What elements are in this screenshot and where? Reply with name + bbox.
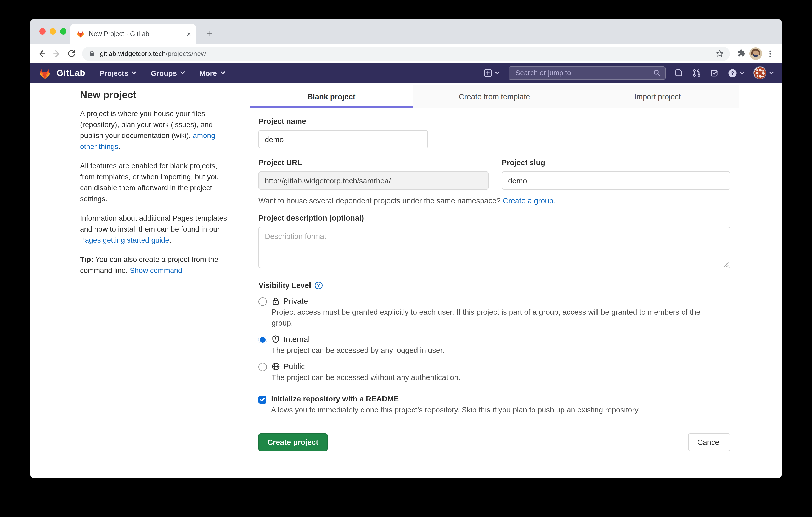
nav-item-projects[interactable]: Projects: [99, 69, 137, 77]
new-project-panel: Blank project Create from template Impor…: [250, 85, 739, 442]
hint-text: Want to house several dependent projects…: [258, 196, 503, 205]
chevron-down-icon: [769, 71, 774, 74]
project-slug-input[interactable]: [502, 172, 730, 190]
sidebar-tip: Tip: You can also create a project from …: [80, 254, 227, 276]
new-tab-button[interactable]: +: [204, 27, 216, 40]
page-sidebar: New project A project is where you house…: [80, 89, 227, 284]
resize-grip-icon[interactable]: [723, 262, 729, 268]
minimize-window-button[interactable]: [50, 28, 56, 34]
paragraph-text: .: [118, 142, 120, 151]
chevron-down-icon: [132, 71, 137, 75]
tab-close-icon[interactable]: ×: [186, 29, 192, 38]
forward-icon[interactable]: [49, 46, 64, 61]
browser-window: New Project · GitLab × +: [30, 19, 782, 478]
visibility-option-desc: Project access must be granted explicitl…: [271, 307, 722, 329]
tab-create-from-template[interactable]: Create from template: [412, 85, 576, 108]
chevron-down-icon: [180, 71, 185, 75]
gitlab-logo[interactable]: GitLab: [38, 67, 85, 79]
project-name-label: Project name: [258, 117, 730, 125]
tab-title: New Project · GitLab: [89, 30, 181, 37]
project-url-label: Project URL: [258, 158, 489, 167]
tab-import-project[interactable]: Import project: [576, 85, 739, 108]
page-title: New project: [80, 89, 227, 101]
reload-icon[interactable]: [64, 46, 79, 61]
gitlab-navbar: GitLab Projects Groups More: [30, 63, 782, 83]
nav-item-groups[interactable]: Groups: [151, 69, 185, 77]
visibility-option-name: Private: [284, 296, 308, 305]
paragraph-text: .: [169, 236, 171, 244]
search-box: [509, 66, 666, 80]
nav-item-label: Projects: [99, 69, 128, 77]
radio-public[interactable]: [258, 363, 267, 371]
readme-desc: Allows you to immediately clone this pro…: [271, 405, 640, 416]
window-controls: [39, 28, 66, 34]
chevron-down-icon: [740, 71, 745, 74]
new-menu-button[interactable]: [484, 68, 500, 78]
help-button[interactable]: ?: [728, 68, 745, 78]
project-name-input[interactable]: [258, 130, 428, 149]
radio-private[interactable]: [258, 298, 267, 306]
gitlab-wordmark: GitLab: [57, 68, 85, 78]
visibility-option-desc: The project can be accessed without any …: [271, 372, 460, 383]
search-icon: [653, 69, 661, 77]
back-icon[interactable]: [34, 46, 49, 61]
browser-profile-avatar[interactable]: [748, 46, 763, 61]
pages-guide-link[interactable]: Pages getting started guide: [80, 236, 169, 244]
browser-toolbar: gitlab.widgetcorp.tech/projects/new: [30, 44, 782, 63]
user-menu[interactable]: [753, 66, 774, 80]
todo-check-icon[interactable]: [710, 68, 719, 78]
desktop: New Project · GitLab × +: [0, 0, 812, 517]
bookmark-star-icon[interactable]: [712, 46, 727, 61]
search-input[interactable]: [514, 68, 653, 78]
show-command-link[interactable]: Show command: [130, 266, 182, 274]
visibility-option-name: Public: [284, 362, 305, 371]
browser-menu-dots-icon[interactable]: [763, 46, 778, 61]
gitlab-nav-right: ?: [484, 66, 774, 80]
readme-checkbox[interactable]: [258, 396, 266, 403]
url-text: gitlab.widgetcorp.tech/projects/new: [100, 50, 708, 58]
chevron-down-icon: [220, 71, 225, 75]
question-help-icon[interactable]: ?: [315, 281, 323, 290]
extensions-puzzle-icon[interactable]: [733, 46, 748, 61]
browser-tab[interactable]: New Project · GitLab ×: [70, 24, 196, 44]
project-url-input[interactable]: [258, 172, 489, 190]
tip-label: Tip:: [80, 255, 93, 264]
chevron-down-icon: [495, 71, 500, 74]
sidebar-paragraph: Information about additional Pages templ…: [80, 213, 227, 246]
lock-icon: [271, 297, 280, 305]
check-icon: [260, 397, 265, 402]
readme-label[interactable]: Initialize repository with a README: [271, 395, 640, 403]
gitlab-nav-menu: Projects Groups More: [99, 69, 225, 77]
help-circle-icon: ?: [728, 68, 737, 78]
sidebar-paragraph: All features are enabled for blank proje…: [80, 160, 227, 204]
padlock-url-icon: [88, 50, 96, 58]
blank-project-form: Project name Project URL Project slug Wa…: [250, 108, 739, 451]
merge-request-icon[interactable]: [692, 68, 701, 78]
zoom-window-button[interactable]: [60, 28, 66, 34]
project-type-tabs: Blank project Create from template Impor…: [250, 85, 739, 108]
project-description-textarea[interactable]: [258, 227, 730, 268]
visibility-option-private: Private Project access must be granted e…: [258, 296, 730, 329]
nav-item-label: Groups: [151, 69, 177, 77]
cancel-button[interactable]: Cancel: [688, 433, 730, 451]
shield-icon: [271, 335, 280, 343]
address-bar[interactable]: gitlab.widgetcorp.tech/projects/new: [82, 46, 730, 61]
sidebar-paragraph: A project is where you house your files …: [80, 108, 227, 152]
svg-text:?: ?: [317, 282, 320, 288]
nav-item-label: More: [199, 69, 217, 77]
radio-internal[interactable]: [258, 336, 267, 344]
gitlab-favicon: [77, 30, 85, 38]
nav-item-more[interactable]: More: [199, 69, 225, 77]
visibility-option-internal: Internal The project can be accessed by …: [258, 335, 730, 356]
issues-icon[interactable]: [674, 68, 683, 78]
create-group-link[interactable]: Create a group.: [503, 196, 556, 205]
tab-blank-project[interactable]: Blank project: [250, 85, 412, 108]
visibility-option-name: Internal: [284, 335, 310, 343]
globe-icon: [271, 362, 280, 370]
close-window-button[interactable]: [39, 28, 46, 34]
visibility-level-label: Visibility Level: [258, 281, 311, 290]
create-project-button[interactable]: Create project: [258, 433, 327, 451]
gitlab-tanuki-icon: [38, 67, 51, 79]
url-path: /projects/new: [166, 50, 206, 58]
readme-option: Initialize repository with a README Allo…: [258, 395, 730, 416]
